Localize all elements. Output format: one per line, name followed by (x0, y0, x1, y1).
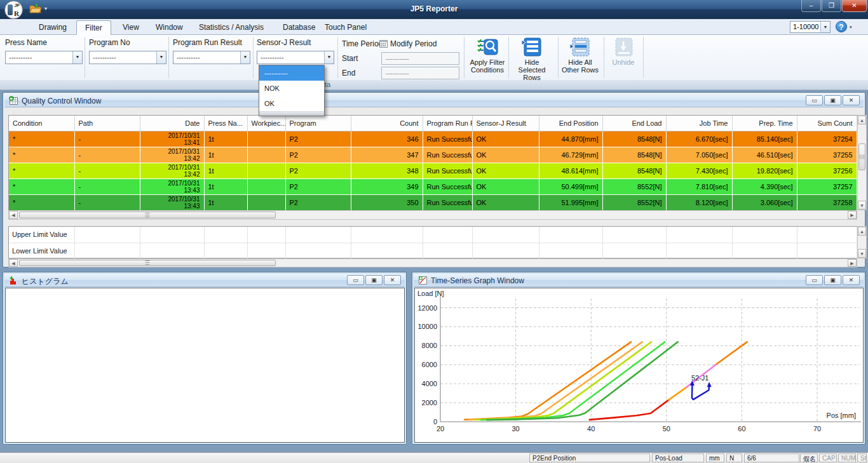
column-header[interactable]: Workpiec... (247, 116, 285, 131)
chevron-down-icon[interactable]: ▼ (324, 51, 334, 64)
status-indicator: NUM (838, 453, 856, 462)
tab-filter[interactable]: Filter (76, 20, 111, 35)
limit-cell[interactable] (666, 243, 732, 258)
limit-cell[interactable] (247, 243, 285, 258)
column-header[interactable]: Sensor-J Result (472, 116, 539, 131)
tab-drawing[interactable]: Drawing (31, 20, 75, 35)
limit-cell[interactable] (797, 227, 857, 243)
limit-vertical-scrollbar[interactable]: ▲ ▼ (857, 226, 867, 258)
column-header[interactable]: Press Na... (204, 116, 247, 131)
limit-cell[interactable] (74, 227, 140, 243)
limit-horizontal-scrollbar[interactable]: ◀ ▶ (8, 258, 857, 267)
limit-cell[interactable] (74, 243, 140, 258)
column-header[interactable]: Sum Count (797, 116, 857, 131)
graph-restore-button[interactable]: ▣ (824, 275, 841, 285)
limit-cell[interactable] (140, 227, 204, 243)
qc-horizontal-scrollbar[interactable]: ◀ ▶ (8, 210, 857, 220)
qc-minimize-button[interactable]: ▭ (806, 95, 823, 105)
chevron-down-icon[interactable]: ▼ (820, 22, 830, 32)
range-selector-combobox[interactable]: 1-10000 ▼ (790, 21, 831, 33)
limit-cell[interactable] (539, 227, 602, 243)
qc-window-title-bar[interactable]: Quality Control Window ▭▣✕ (4, 94, 864, 107)
calendar-icon[interactable] (379, 39, 388, 48)
close-button[interactable]: ✕ (842, 0, 867, 12)
minimize-button[interactable]: – (801, 0, 821, 12)
limit-cell[interactable] (797, 243, 857, 258)
modify-period-label[interactable]: Modify Period (390, 39, 437, 48)
limit-cell[interactable] (423, 227, 472, 243)
hist-restore-button[interactable]: ▣ (365, 275, 383, 285)
hide-all-other-rows-button[interactable]: Hide All Other Rows (560, 37, 600, 79)
table-cell: 349 (351, 178, 423, 194)
hist-close-button[interactable]: ✕ (384, 275, 401, 285)
limit-cell[interactable] (602, 227, 666, 243)
start-label: Start (342, 54, 358, 63)
limit-cell[interactable] (140, 243, 204, 258)
column-header[interactable]: End Position (539, 116, 602, 131)
limit-cell[interactable] (602, 243, 666, 258)
column-header[interactable]: Program Run Res... (423, 116, 472, 131)
graph-title-bar[interactable]: Time-Series Graph Window ▭▣✕ (414, 274, 864, 287)
filter-combobox[interactable]: ----------▼ (5, 51, 83, 64)
column-header[interactable]: Program (285, 116, 351, 131)
dropdown-item-ok[interactable]: OK (259, 96, 324, 111)
filter-combobox[interactable]: ----------▼ (257, 51, 334, 64)
tab-view[interactable]: View (114, 20, 147, 35)
column-header[interactable]: Date (140, 116, 204, 131)
ribbon-button-label: Hide All Other Rows (560, 58, 600, 74)
limit-cell[interactable] (423, 243, 472, 258)
column-header[interactable]: Count (351, 116, 423, 131)
table-row[interactable]: *-2017/10/31 13:421tP2348Run SuccessfulO… (9, 163, 857, 178)
dropdown-resize-grip[interactable] (259, 111, 324, 116)
help-caret-icon[interactable]: ▾ (850, 25, 852, 30)
end-date-field[interactable]: ---------- (381, 67, 459, 79)
limit-cell[interactable] (732, 243, 797, 258)
limit-cell[interactable] (666, 227, 732, 243)
maximize-button[interactable]: ❐ (822, 0, 841, 12)
column-header[interactable]: End Load (602, 116, 666, 131)
graph-close-button[interactable]: ✕ (843, 275, 860, 285)
limit-cell[interactable] (539, 243, 602, 258)
qc-table: ConditionPathDatePress Na...Workpiec...P… (8, 115, 857, 210)
hide-selected-rows-button[interactable]: Hide Selected Rows (512, 37, 552, 79)
column-header[interactable]: Job Time (666, 116, 732, 131)
title-bar[interactable]: JP R ▾ JP5 Reporter – ❐ ✕ (0, 0, 868, 19)
apply-filter-conditions-button[interactable]: Apply Filter Conditions (468, 37, 507, 79)
table-row[interactable]: *-2017/10/31 13:421tP2347Run SuccessfulO… (9, 147, 857, 163)
dropdown-item-nok[interactable]: NOK (259, 81, 324, 96)
column-header[interactable]: Prep. Time (732, 116, 797, 131)
tab-window[interactable]: Window (147, 20, 191, 35)
tab-touch-panel[interactable]: Touch Panel (316, 20, 375, 35)
table-row[interactable]: *-2017/10/31 13:411tP2346Run SuccessfulO… (9, 131, 857, 147)
limit-cell[interactable] (204, 227, 247, 243)
filter-combobox[interactable]: ----------▼ (173, 51, 250, 64)
limit-cell[interactable] (472, 227, 539, 243)
table-row[interactable]: *-2017/10/31 13:431tP2349Run SuccessfulO… (9, 178, 857, 194)
column-header[interactable]: Condition (9, 116, 74, 131)
tab-statistics-analysis[interactable]: Statistics / Analysis (191, 20, 272, 35)
qc-restore-button[interactable]: ▣ (824, 95, 841, 105)
help-button[interactable]: ? (836, 21, 847, 32)
table-row[interactable]: *-2017/10/31 13:431tP2350Run SuccessfulO… (9, 194, 857, 210)
limit-cell[interactable] (351, 227, 423, 243)
limit-cell[interactable] (204, 243, 247, 258)
chevron-down-icon[interactable]: ▼ (240, 51, 250, 64)
graph-minimize-button[interactable]: ▭ (806, 275, 823, 285)
qc-close-button[interactable]: ✕ (843, 95, 860, 105)
filter-combobox[interactable]: ----------▼ (89, 51, 166, 64)
limit-cell[interactable] (247, 227, 285, 243)
chevron-down-icon[interactable]: ▼ (72, 51, 82, 64)
start-date-field[interactable]: ---------- (381, 52, 459, 65)
hist-minimize-button[interactable]: ▭ (347, 275, 364, 285)
chevron-down-icon[interactable]: ▼ (156, 51, 166, 64)
limit-cell[interactable] (285, 243, 351, 258)
histogram-title-bar[interactable]: ヒストグラム ▭▣✕ (4, 274, 405, 287)
limit-cell[interactable] (732, 227, 797, 243)
limit-cell[interactable] (285, 227, 351, 243)
column-header[interactable]: Path (74, 116, 140, 131)
dropdown-item-blank[interactable]: ---------- (259, 65, 324, 81)
graph-title: Time-Series Graph Window (431, 276, 524, 285)
qc-vertical-scrollbar[interactable]: ▲ ▼ (857, 115, 867, 210)
limit-cell[interactable] (351, 243, 423, 258)
limit-cell[interactable] (472, 243, 539, 258)
